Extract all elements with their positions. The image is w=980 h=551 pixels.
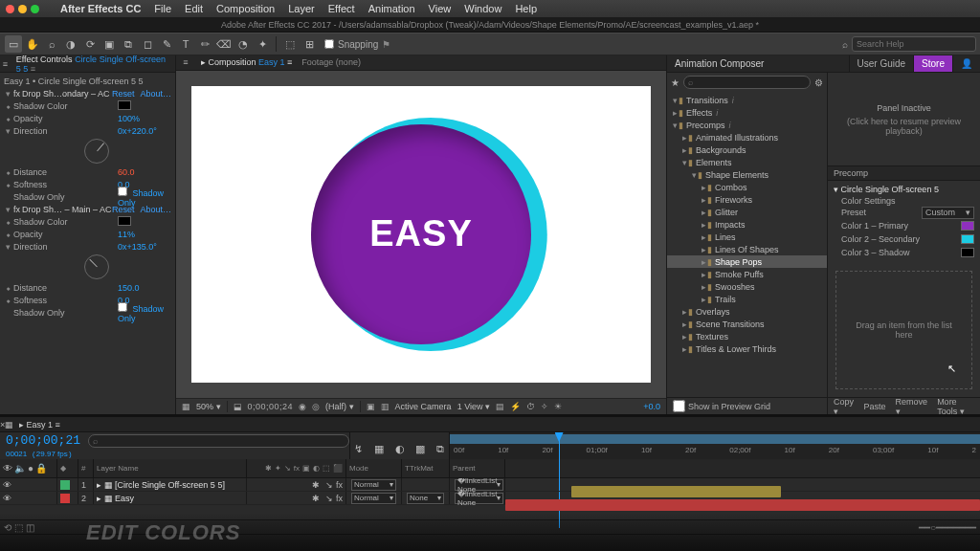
favorites-icon[interactable]: ★ <box>671 77 679 88</box>
tree-node[interactable]: ▮Textures <box>667 330 827 342</box>
tree-node[interactable]: ▮Lines <box>667 231 827 243</box>
remove-button[interactable]: Remove ▾ <box>896 397 928 416</box>
local-axis-icon[interactable]: ⬚ <box>281 35 299 53</box>
menu-effect[interactable]: Effect <box>324 3 359 14</box>
selection-tool[interactable]: ▭ <box>5 35 22 53</box>
tree-node[interactable]: ▮Effectsi <box>667 106 827 119</box>
tree-node[interactable]: ▮Titles & Lower Thirds <box>667 342 827 355</box>
app-name[interactable]: After Effects CC <box>56 3 145 14</box>
tree-node[interactable]: ▮Lines Of Shapes <box>667 243 827 255</box>
flowchart-icon[interactable]: ✧ <box>541 402 548 411</box>
region-icon[interactable]: ▣ <box>367 402 375 411</box>
transparency-icon[interactable]: ▥ <box>381 402 390 411</box>
hand-tool[interactable]: ✋ <box>24 35 41 53</box>
tree-node[interactable]: ▮Glitter <box>667 206 827 218</box>
window-traffic-lights[interactable] <box>6 5 39 13</box>
camera-dropdown[interactable]: Active Camera <box>395 402 452 411</box>
panel-grip-icon[interactable]: ≡ <box>0 59 11 69</box>
frameblend-toggle[interactable]: ▦ <box>371 440 386 457</box>
views-dropdown[interactable]: 1 View ▾ <box>457 402 490 411</box>
timeline-search-input[interactable] <box>88 434 349 448</box>
pen-tool[interactable]: ✎ <box>158 35 175 53</box>
copy-button[interactable]: Copy ▾ <box>834 397 855 416</box>
trkmat-dropdown[interactable]: None▾ <box>407 493 444 504</box>
paste-button[interactable]: Paste <box>864 402 886 411</box>
shy-toggle[interactable]: ↯ <box>351 440 366 457</box>
tree-node[interactable]: ▮Overlays <box>667 305 827 318</box>
zoom-slider[interactable]: ━━○━━━━━━━ <box>919 522 976 533</box>
resolution-icon[interactable]: ⬓ <box>234 402 242 411</box>
roto-tool[interactable]: ◔ <box>234 35 252 53</box>
menu-animation[interactable]: Animation <box>365 3 419 14</box>
direction-dial-2[interactable]: .dial[style*='--deg:135']::after{transfo… <box>84 254 109 279</box>
snapshot-icon[interactable]: ◉ <box>299 402 306 411</box>
footage-tab[interactable]: Footage (none) <box>301 57 361 67</box>
mode-dropdown[interactable]: Normal▾ <box>351 479 396 491</box>
audio-column-icon[interactable]: 🔈 <box>14 463 26 474</box>
drag-target[interactable]: Drag an item from the list here ↖ <box>835 271 972 389</box>
toggle-switches-button[interactable]: ⟲ ⬚ ◫ <box>4 522 34 533</box>
menu-file[interactable]: File <box>150 3 175 14</box>
shape-tool[interactable]: ◻ <box>139 35 156 53</box>
tree-node[interactable]: ▮Fireworks <box>667 193 827 206</box>
tree-node[interactable]: ▮Swooshes <box>667 280 827 293</box>
alpha-icon[interactable]: ▦ <box>182 402 190 411</box>
tree-node[interactable]: ▮Combos <box>667 181 827 193</box>
time-ruler[interactable]: 00f10f20f01;00f10f20f02;00f10f20f03;00f1… <box>450 432 980 459</box>
snapping-checkbox[interactable] <box>324 39 334 49</box>
account-icon[interactable]: 👤 <box>952 55 980 72</box>
preset-search-input[interactable] <box>683 76 811 89</box>
panel-grip-icon[interactable]: ×▦ <box>0 420 11 430</box>
tree-node[interactable]: ▮Shape Pops <box>667 255 827 268</box>
tree-node[interactable]: ▮Scene Transitions <box>667 318 827 330</box>
reset-exposure-icon[interactable]: ☀ <box>554 402 562 411</box>
menu-view[interactable]: View <box>425 3 456 14</box>
color2-swatch[interactable] <box>961 234 974 244</box>
color3-swatch[interactable] <box>961 248 974 257</box>
graph-editor-toggle[interactable]: ▩ <box>412 440 427 457</box>
zoom-dropdown[interactable]: 50% ▾ <box>196 402 221 411</box>
tree-node[interactable]: ▮Elements <box>667 156 827 168</box>
snapping-options-icon[interactable]: ⚑ <box>382 39 390 50</box>
exposure-value[interactable]: +0.0 <box>643 402 660 411</box>
panel-grip-icon[interactable]: ≡ <box>180 57 191 67</box>
composition-viewer[interactable]: EASY <box>176 71 666 398</box>
user-guide-button[interactable]: User Guide <box>849 55 914 72</box>
draft3d-toggle[interactable]: ⧉ <box>434 440 448 457</box>
world-axis-icon[interactable]: ⊞ <box>301 35 318 53</box>
shadow-color-swatch[interactable] <box>118 100 171 112</box>
layer-row[interactable]: 👁2▸ ▦ Easy✱ ↘fxNormal▾None▾�linkedList N… <box>0 492 980 505</box>
stamp-tool[interactable]: ⌫ <box>215 35 233 53</box>
opacity-value[interactable]: 100% <box>118 114 171 123</box>
timeline-icon[interactable]: ⏱ <box>526 402 535 411</box>
zoom-tool[interactable]: ⌕ <box>43 35 60 53</box>
motionblur-toggle[interactable]: ◐ <box>392 440 407 457</box>
menu-help[interactable]: Help <box>511 3 541 14</box>
effect-1-header[interactable]: ▾fx Drop Sh…ondary – AC Col 2 Reset Abou… <box>4 87 171 99</box>
tree-node[interactable]: ▮Trails <box>667 293 827 305</box>
composition-tab[interactable]: ▸ Composition Easy 1 ≡ <box>201 57 292 67</box>
tree-node[interactable]: ▮Animated Illustrations <box>667 131 827 143</box>
fast-previews-icon[interactable]: ⚡ <box>510 402 521 411</box>
preview-player[interactable]: Panel Inactive (Click here to resume pre… <box>828 73 980 166</box>
eye-column-icon[interactable]: 👁 <box>3 463 12 474</box>
current-timecode[interactable]: 0;00;00;21 <box>6 433 80 448</box>
tree-node[interactable]: ▮Shape Elements <box>667 168 827 181</box>
show-snapshot-icon[interactable]: ◎ <box>312 402 320 411</box>
effect-2-header[interactable]: ▾fx Drop Sh… – Main – AC Col 3 Reset Abo… <box>4 203 171 215</box>
search-help-input[interactable] <box>852 36 976 52</box>
effect-controls-tab[interactable]: Effect Controls Circle Single Off-screen… <box>11 53 175 76</box>
distance-value[interactable]: 60.0 <box>118 167 171 177</box>
pixel-aspect-icon[interactable]: ▤ <box>496 402 504 411</box>
puppet-tool[interactable]: ✦ <box>254 35 271 53</box>
tree-node[interactable]: ▮Transitionsi <box>667 94 827 106</box>
color1-swatch[interactable] <box>961 221 974 231</box>
text-tool[interactable]: T <box>177 35 194 53</box>
tree-node[interactable]: ▮Precompsi <box>667 119 827 131</box>
orbit-tool[interactable]: ◑ <box>62 35 79 53</box>
rotation-tool[interactable]: ⟳ <box>81 35 99 53</box>
animation-composer-tab[interactable]: Animation Composer <box>667 56 771 71</box>
tree-node[interactable]: ▮Smoke Puffs <box>667 268 827 280</box>
brush-tool[interactable]: ✏ <box>196 35 213 53</box>
timeline-tab[interactable]: ▸ Easy 1 ≡ <box>11 418 68 431</box>
